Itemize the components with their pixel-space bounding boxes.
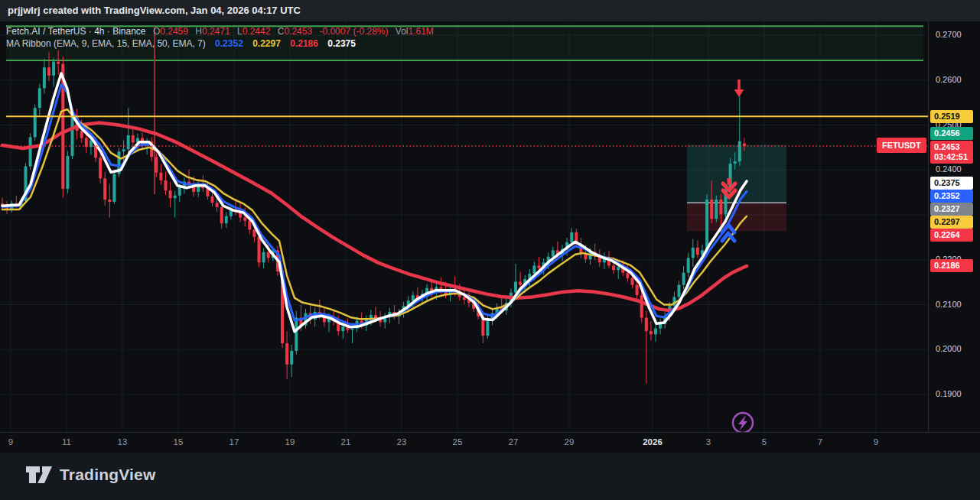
time-tick-label: 2026: [643, 437, 663, 446]
time-tick-label: 25: [453, 437, 463, 446]
change-value: -0.0007 (-0.28%): [319, 26, 388, 37]
chart-area[interactable]: Fetch.AI / TetherUS · 4h · Binance O0.24…: [0, 21, 980, 432]
chart-legend: Fetch.AI / TetherUS · 4h · Binance O0.24…: [6, 25, 434, 50]
price-tick-label: 0.2100: [936, 300, 962, 309]
ema-line-ema50[interactable]: [2, 123, 747, 311]
tradingview-snapshot: prjjwlrj created with TradingView.com, J…: [0, 0, 980, 500]
open-value: 0.2459: [160, 26, 188, 37]
price-axis-badge: 0.2297: [930, 216, 973, 229]
price-axis-badge: 0.2456: [930, 127, 973, 140]
symbol-row: Fetch.AI / TetherUS · 4h · Binance O0.24…: [6, 25, 434, 37]
tradingview-logo[interactable]: TradingView: [25, 464, 156, 485]
candles: [1, 50, 746, 384]
time-tick-label: 27: [509, 437, 519, 446]
tradingview-logo-icon: [25, 464, 53, 485]
volume-value: 1.61M: [409, 26, 434, 37]
time-tick-label: 5: [762, 437, 767, 446]
indicator-title[interactable]: MA Ribbon (EMA, 9, EMA, 15, EMA, 50, EMA…: [6, 38, 206, 49]
time-tick-label: 3: [706, 437, 711, 446]
symbol-price-flag: FETUSDT: [877, 138, 926, 153]
price-axis-badge: 0.2264: [930, 229, 973, 242]
price-tick-label: 0.2600: [936, 75, 962, 84]
time-tick-label: 23: [397, 437, 407, 446]
low-value: 0.2442: [243, 26, 271, 37]
price-axis[interactable]: 0.27000.26000.25000.24000.23000.22000.21…: [928, 21, 980, 432]
price-tick-label: 0.2700: [936, 30, 962, 39]
attribution-text: prjjwlrj created with TradingView.com, J…: [8, 5, 301, 16]
low-label: L: [237, 26, 243, 37]
time-tick-label: 19: [285, 437, 295, 446]
volume-label: Vol: [396, 26, 409, 37]
lightning-idea-icon[interactable]: [733, 413, 753, 432]
time-tick-label: 9: [874, 437, 878, 446]
price-tick-label: 0.1900: [936, 389, 962, 398]
indicator-row: MA Ribbon (EMA, 9, EMA, 15, EMA, 50, EMA…: [6, 37, 434, 50]
price-tick-label: 0.2400: [936, 164, 962, 174]
price-axis-badge: 0.2375: [930, 177, 973, 190]
time-tick-label: 15: [174, 437, 184, 446]
ema15-value: 0.2297: [252, 38, 281, 49]
footer-bar: TradingView: [0, 453, 980, 500]
price-axis-badge: 0.2186: [930, 259, 973, 272]
price-chart-canvas[interactable]: [0, 21, 928, 432]
time-tick-label: 29: [565, 437, 575, 446]
high-label: H: [195, 26, 202, 37]
price-axis-badge: 0.2453 03:42:51: [930, 141, 973, 164]
price-axis-badge: 0.2352: [930, 190, 973, 203]
ema9-value: 0.2352: [215, 38, 243, 49]
position-profit-zone[interactable]: [687, 144, 786, 203]
close-value: 0.2453: [284, 26, 312, 37]
time-tick-label: 7: [818, 437, 822, 446]
time-tick-label: 11: [62, 437, 71, 446]
price-axis-badge: 0.2327: [930, 203, 973, 216]
red-down-arrow-icon[interactable]: [734, 80, 744, 97]
open-label: O: [153, 26, 160, 37]
price-tick-label: 0.2000: [936, 344, 962, 353]
symbol-title[interactable]: Fetch.AI / TetherUS · 4h · Binance: [6, 26, 146, 37]
price-axis-badge: 0.2519: [930, 110, 973, 123]
time-tick-label: 13: [118, 437, 128, 446]
tradingview-logo-text: TradingView: [60, 466, 156, 484]
high-value: 0.2471: [202, 26, 230, 37]
time-tick-label: 9: [8, 437, 13, 446]
ema-line-ema9[interactable]: [2, 85, 747, 325]
ema7-value: 0.2375: [327, 38, 356, 49]
time-tick-label: 17: [230, 437, 239, 446]
time-tick-label: 21: [341, 437, 351, 446]
ema50-value: 0.2186: [290, 38, 318, 49]
ema-line-ema15[interactable]: [2, 109, 747, 319]
time-axis[interactable]: 91113151719212325272920263579: [0, 432, 980, 453]
attribution-bar: prjjwlrj created with TradingView.com, J…: [0, 0, 980, 21]
